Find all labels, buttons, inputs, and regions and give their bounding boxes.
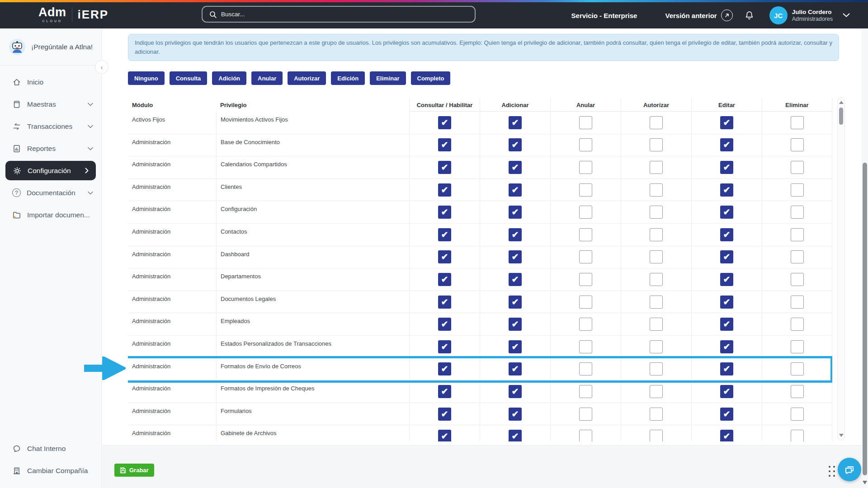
checkbox-autorizar-unchecked[interactable] [650,340,663,353]
sidebar-item-configuracion[interactable]: Configuración [0,160,101,182]
checkbox-editar-checked[interactable]: ✔ [720,228,733,241]
checkbox-eliminar-unchecked[interactable] [791,250,804,263]
checkbox-adicionar-checked[interactable]: ✔ [509,116,522,129]
checkbox-editar-checked[interactable]: ✔ [720,273,733,286]
checkbox-editar-checked[interactable]: ✔ [720,183,733,197]
checkbox-adicionar-checked[interactable]: ✔ [509,250,522,263]
checkbox-adicionar-checked[interactable]: ✔ [509,318,522,331]
checkbox-autorizar-unchecked[interactable] [650,161,663,174]
checkbox-consultar-habilitar-checked[interactable]: ✔ [438,206,451,219]
checkbox-autorizar-unchecked[interactable] [650,228,663,241]
checkbox-consultar-habilitar-checked[interactable]: ✔ [438,408,451,421]
save-button[interactable]: Grabar [114,464,154,477]
checkbox-editar-checked[interactable]: ✔ [720,408,733,421]
page-scrollbar-thumb[interactable] [863,163,867,475]
checkbox-consultar-habilitar-checked[interactable]: ✔ [438,430,451,441]
checkbox-anular-unchecked[interactable] [579,116,592,129]
checkbox-eliminar-unchecked[interactable] [791,138,804,151]
checkbox-anular-unchecked[interactable] [579,296,592,309]
checkbox-eliminar-unchecked[interactable] [791,273,804,286]
checkbox-autorizar-unchecked[interactable] [650,430,663,441]
search-input[interactable]: Buscar... [202,6,476,23]
checkbox-adicionar-checked[interactable]: ✔ [509,228,522,241]
chevron-down-icon[interactable] [843,13,850,18]
sidebar-item-inicio[interactable]: Inicio [0,71,101,93]
checkbox-editar-checked[interactable]: ✔ [720,430,733,441]
checkbox-consultar-habilitar-checked[interactable]: ✔ [438,116,451,129]
checkbox-eliminar-unchecked[interactable] [791,296,804,309]
checkbox-consultar-habilitar-checked[interactable]: ✔ [438,296,451,309]
checkbox-autorizar-unchecked[interactable] [650,206,663,219]
checkbox-anular-unchecked[interactable] [579,340,592,353]
checkbox-editar-checked[interactable]: ✔ [720,138,733,151]
checkbox-consultar-habilitar-checked[interactable]: ✔ [438,228,451,241]
checkbox-consultar-habilitar-checked[interactable]: ✔ [438,273,451,286]
checkbox-eliminar-unchecked[interactable] [791,161,804,174]
checkbox-eliminar-unchecked[interactable] [791,408,804,421]
page-scrollbar[interactable] [862,28,868,488]
assistant-item[interactable]: ¡Pregúntale a Atlna! [0,28,101,66]
page-scroll-down-arrow[interactable] [863,481,867,484]
avatar[interactable]: JC [769,6,788,24]
table-scrollbar[interactable] [837,97,845,441]
checkbox-eliminar-unchecked[interactable] [791,430,804,441]
checkbox-adicionar-checked[interactable]: ✔ [509,362,522,375]
checkbox-autorizar-unchecked[interactable] [650,318,663,331]
sidebar-collapse-button[interactable]: ‹ [95,60,108,74]
checkbox-adicionar-checked[interactable]: ✔ [509,138,522,151]
checkbox-editar-checked[interactable]: ✔ [720,385,733,398]
previous-version-link[interactable]: Versión anterior [665,9,732,21]
checkbox-anular-unchecked[interactable] [579,362,592,375]
checkbox-anular-unchecked[interactable] [579,206,592,219]
sidebar-item-cambiar-compania[interactable]: Cambiar Compañía [0,460,101,482]
checkbox-editar-checked[interactable]: ✔ [720,206,733,219]
checkbox-consultar-habilitar-checked[interactable]: ✔ [438,183,451,197]
checkbox-autorizar-unchecked[interactable] [650,116,663,129]
checkbox-anular-unchecked[interactable] [579,430,592,441]
checkbox-adicionar-checked[interactable]: ✔ [509,296,522,309]
checkbox-anular-unchecked[interactable] [579,250,592,263]
checkbox-autorizar-unchecked[interactable] [650,138,663,151]
checkbox-editar-checked[interactable]: ✔ [720,318,733,331]
filter-button-ninguno[interactable]: Ninguno [128,71,165,85]
checkbox-eliminar-unchecked[interactable] [791,116,804,129]
scroll-up-arrow[interactable] [839,101,844,104]
checkbox-consultar-habilitar-checked[interactable]: ✔ [438,161,451,174]
checkbox-editar-checked[interactable]: ✔ [720,362,733,375]
checkbox-adicionar-checked[interactable]: ✔ [509,340,522,353]
sidebar-item-documentacion[interactable]: ? Documentación [0,182,101,204]
checkbox-adicionar-checked[interactable]: ✔ [509,273,522,286]
checkbox-anular-unchecked[interactable] [579,228,592,241]
checkbox-consultar-habilitar-checked[interactable]: ✔ [438,318,451,331]
checkbox-eliminar-unchecked[interactable] [791,362,804,375]
filter-button-anular[interactable]: Anular [251,71,283,85]
checkbox-anular-unchecked[interactable] [579,183,592,197]
checkbox-autorizar-unchecked[interactable] [650,408,663,421]
filter-button-edicion[interactable]: Edición [331,71,365,85]
checkbox-consultar-habilitar-checked[interactable]: ✔ [438,138,451,151]
checkbox-adicionar-checked[interactable]: ✔ [509,183,522,197]
checkbox-anular-unchecked[interactable] [579,318,592,331]
checkbox-adicionar-checked[interactable]: ✔ [509,161,522,174]
checkbox-editar-checked[interactable]: ✔ [720,296,733,309]
checkbox-adicionar-checked[interactable]: ✔ [509,206,522,219]
filter-button-completo[interactable]: Completo [411,71,451,85]
filter-button-autorizar[interactable]: Autorizar [288,71,326,85]
checkbox-autorizar-unchecked[interactable] [650,273,663,286]
checkbox-anular-unchecked[interactable] [579,273,592,286]
notifications-bell-icon[interactable] [744,10,755,21]
checkbox-editar-checked[interactable]: ✔ [720,161,733,174]
filter-button-consulta[interactable]: Consulta [170,71,208,85]
checkbox-autorizar-unchecked[interactable] [650,296,663,309]
checkbox-editar-checked[interactable]: ✔ [720,116,733,129]
checkbox-autorizar-unchecked[interactable] [650,250,663,263]
drag-handle-dots[interactable] [829,466,835,477]
checkbox-eliminar-unchecked[interactable] [791,385,804,398]
checkbox-autorizar-unchecked[interactable] [650,385,663,398]
filter-button-adicion[interactable]: Adición [212,71,246,85]
checkbox-consultar-habilitar-checked[interactable]: ✔ [438,340,451,353]
checkbox-anular-unchecked[interactable] [579,385,592,398]
checkbox-autorizar-unchecked[interactable] [650,183,663,197]
checkbox-editar-checked[interactable]: ✔ [720,250,733,263]
checkbox-consultar-habilitar-checked[interactable]: ✔ [438,250,451,263]
